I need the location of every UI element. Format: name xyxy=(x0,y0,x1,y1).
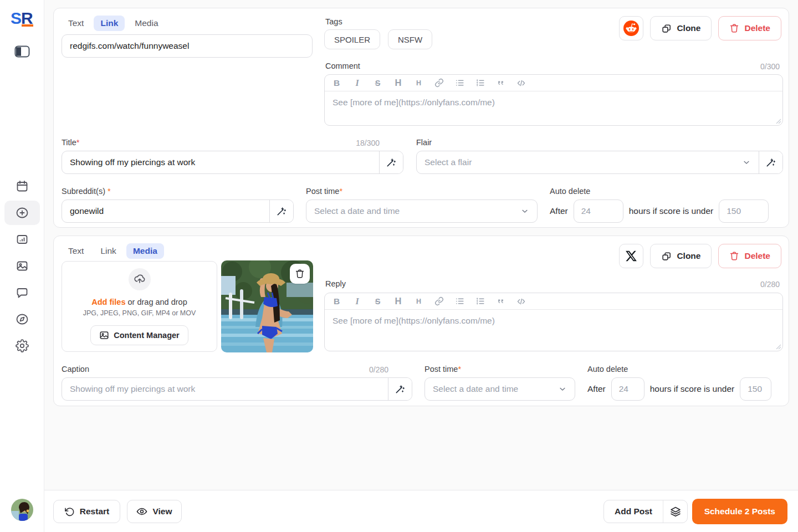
dropzone-formats: JPG, JPEG, PNG, GIF, MP4 or MOV xyxy=(83,309,196,317)
italic-icon[interactable]: I xyxy=(352,78,362,89)
ai-wand-button[interactable] xyxy=(759,151,782,173)
user-avatar[interactable] xyxy=(11,499,33,521)
blockquote-icon[interactable] xyxy=(496,78,505,89)
bullet-list-icon[interactable] xyxy=(455,296,464,307)
link-icon[interactable] xyxy=(434,78,444,89)
content-manager-button[interactable]: Content Manager xyxy=(90,325,188,345)
sidebar-toggle-icon[interactable] xyxy=(14,45,30,58)
tag-nsfw-button[interactable]: NSFW xyxy=(388,29,432,49)
heading-small-icon[interactable]: H xyxy=(414,296,423,307)
sidebar-item-settings[interactable] xyxy=(4,334,40,358)
code-icon[interactable] xyxy=(516,296,526,307)
caption-counter: 0/280 xyxy=(62,365,388,374)
italic-icon[interactable]: I xyxy=(352,296,362,307)
trash-icon xyxy=(295,269,305,279)
strikethrough-icon[interactable]: S xyxy=(373,78,382,89)
auto-delete-score-input[interactable] xyxy=(740,377,771,401)
chevron-down-icon xyxy=(520,207,529,216)
numbered-list-icon[interactable] xyxy=(475,78,485,89)
blockquote-icon[interactable] xyxy=(496,296,505,307)
reply-counter: 0/280 xyxy=(760,280,780,289)
bold-icon[interactable]: B xyxy=(332,296,341,307)
sidebar-item-media-library[interactable] xyxy=(4,254,40,278)
bullet-list-icon[interactable] xyxy=(455,78,464,89)
restart-label: Restart xyxy=(80,507,109,516)
reddit-icon xyxy=(623,21,639,36)
reddit-account-button[interactable] xyxy=(619,16,643,40)
restart-button[interactable]: Restart xyxy=(53,500,120,523)
sidebar-item-messages[interactable] xyxy=(4,280,40,305)
app-logo[interactable]: SR xyxy=(11,9,33,28)
add-post-button[interactable]: Add Post xyxy=(604,500,663,523)
resize-grip-icon[interactable] xyxy=(775,344,781,349)
tab-text[interactable]: Text xyxy=(62,243,90,259)
link-icon[interactable] xyxy=(434,296,444,307)
magic-wand-icon xyxy=(386,157,397,168)
heading-large-icon[interactable]: H xyxy=(393,296,403,307)
add-post-menu-button[interactable] xyxy=(663,500,687,523)
resize-grip-icon[interactable] xyxy=(775,118,781,124)
add-post-split-button: Add Post xyxy=(603,500,688,523)
ai-wand-button[interactable] xyxy=(379,151,403,173)
tab-text[interactable]: Text xyxy=(62,16,90,31)
delete-post-button[interactable]: Delete xyxy=(718,244,781,268)
post-time-select[interactable]: Select a date and time xyxy=(424,377,575,401)
add-files-link[interactable]: Add files xyxy=(91,298,125,306)
strikethrough-icon[interactable]: S xyxy=(373,296,382,307)
reply-textarea[interactable]: See [more of me](https://onlyfans.com/me… xyxy=(325,310,782,351)
code-icon[interactable] xyxy=(516,78,526,89)
subreddit-input[interactable] xyxy=(62,200,269,222)
post-time-select[interactable]: Select a date and time xyxy=(306,200,538,223)
analytics-icon xyxy=(16,233,29,246)
schedule-posts-button[interactable]: Schedule 2 Posts xyxy=(692,499,787,524)
ai-wand-button[interactable] xyxy=(269,200,293,222)
delete-label: Delete xyxy=(744,23,770,33)
auto-delete-hours-input[interactable] xyxy=(574,200,623,223)
auto-delete-hours-input[interactable] xyxy=(611,377,644,401)
reply-label: Reply xyxy=(325,279,346,288)
heading-small-icon[interactable]: H xyxy=(414,78,423,89)
logo-letter-s: S xyxy=(11,9,21,27)
caption-input[interactable] xyxy=(62,378,388,400)
tab-media[interactable]: Media xyxy=(128,16,165,31)
sidebar-item-calendar[interactable] xyxy=(4,174,40,198)
flair-select[interactable]: Select a flair xyxy=(417,151,759,173)
auto-delete-score-input[interactable] xyxy=(719,200,769,223)
upload-cloud-icon xyxy=(129,268,151,290)
auto-delete-after-text: After xyxy=(587,384,606,394)
main-content: Text Link Media Tags SPOILER NSFW xyxy=(44,0,798,532)
heading-large-icon[interactable]: H xyxy=(393,78,403,89)
post-image-thumbnail xyxy=(221,260,313,352)
auto-delete-label: Auto delete xyxy=(587,365,628,374)
remove-media-button[interactable] xyxy=(290,264,310,284)
tab-link[interactable]: Link xyxy=(94,16,125,31)
sidebar-item-add-post[interactable] xyxy=(4,201,40,225)
sidebar-item-analytics[interactable] xyxy=(4,227,40,252)
link-url-input[interactable] xyxy=(62,34,313,58)
tags-row: SPOILER NSFW xyxy=(324,29,432,49)
comment-label: Comment xyxy=(325,62,360,70)
x-account-button[interactable] xyxy=(619,244,643,268)
x-twitter-icon xyxy=(625,250,637,262)
media-dropzone[interactable]: Add files or drag and drop JPG, JPEG, PN… xyxy=(62,261,217,352)
post-time-label: Post time* xyxy=(424,365,461,374)
ai-wand-button[interactable] xyxy=(388,378,412,400)
comment-textarea[interactable]: See [more of me](https://onlyfans.com/me… xyxy=(325,91,782,125)
magic-wand-icon xyxy=(765,157,776,168)
title-input[interactable] xyxy=(62,151,379,173)
sidebar-item-discover[interactable] xyxy=(4,307,40,331)
post-time-placeholder: Select a date and time xyxy=(314,206,400,216)
delete-post-button[interactable]: Delete xyxy=(718,16,781,40)
tab-link[interactable]: Link xyxy=(94,243,122,259)
comment-editor: B I S H H See [more of me](https://onlyf… xyxy=(324,74,783,126)
clone-post-button[interactable]: Clone xyxy=(650,244,712,268)
numbered-list-icon[interactable] xyxy=(475,296,485,307)
bold-icon[interactable]: B xyxy=(332,78,341,89)
clone-post-button[interactable]: Clone xyxy=(650,16,712,40)
tab-media[interactable]: Media xyxy=(126,243,164,259)
tag-spoiler-button[interactable]: SPOILER xyxy=(324,29,380,49)
app-root: SR xyxy=(0,0,798,532)
reply-editor-toolbar: B I S H H xyxy=(325,293,782,310)
view-button[interactable]: View xyxy=(127,500,182,523)
auto-delete-condition-text: hours if score is under xyxy=(629,206,714,216)
